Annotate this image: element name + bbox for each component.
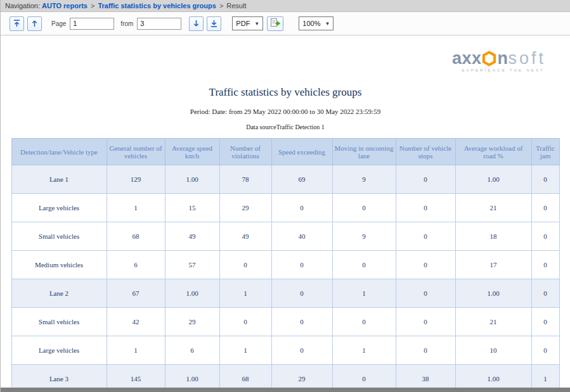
header-row: Detection/lane/Vehicle typeGeneral numbe… <box>11 139 559 165</box>
report-viewer-window: Navigation: AUTO reports > Traffic stati… <box>0 0 570 392</box>
report-title: Traffic statistics by vehicles groups <box>1 86 570 99</box>
zoom-select[interactable]: 100% ▼ <box>299 16 334 30</box>
cell-value: 29 <box>219 194 271 222</box>
cell-value: 0 <box>531 336 559 365</box>
breadcrumb-link-traffic-statistics[interactable]: Traffic statistics by vehicles groups <box>98 2 216 9</box>
table-row: Lane 2671.0010101.000 <box>11 279 559 308</box>
cell-value: 1.00 <box>455 279 531 308</box>
cell-value: 0 <box>396 279 455 308</box>
cell-value: 0 <box>219 251 271 279</box>
export-report-icon <box>270 18 280 30</box>
breadcrumb-current-result: Result <box>226 2 246 9</box>
cell-value: 10 <box>455 336 531 365</box>
cell-value: 15 <box>165 194 219 222</box>
horizontal-scrollbar[interactable] <box>1 388 570 392</box>
table-body: Lane 11291.007869901.000Large vehicles11… <box>11 165 559 392</box>
breadcrumb-link-auto-reports[interactable]: AUTO reports <box>42 2 87 9</box>
zoom-value: 100% <box>302 20 320 27</box>
cell-value: 49 <box>165 222 219 251</box>
row-label: Small vehicles <box>11 222 107 251</box>
from-label: from <box>120 20 133 27</box>
row-label: Lane 1 <box>11 165 107 194</box>
cell-value: 9 <box>332 165 396 194</box>
breadcrumb-label: Navigation: <box>5 2 40 9</box>
export-format-value: PDF <box>236 20 250 27</box>
cell-value: 129 <box>107 165 165 194</box>
cell-value: 0 <box>396 165 455 194</box>
arrow-up-icon <box>31 20 38 27</box>
row-label: Small vehicles <box>11 308 107 336</box>
cell-value: 0 <box>271 336 332 365</box>
next-page-button[interactable] <box>189 16 204 31</box>
row-label: Lane 2 <box>11 279 107 308</box>
cell-value: 1 <box>107 336 165 365</box>
breadcrumb-separator: > <box>219 2 223 9</box>
cell-value: 0 <box>271 251 332 279</box>
column-header: Number of vehicle stops <box>396 139 455 165</box>
cell-value: 17 <box>455 251 531 279</box>
cell-value: 57 <box>165 251 219 279</box>
report-table: Detection/lane/Vehicle typeGeneral numbe… <box>11 138 560 392</box>
row-label: Large vehicles <box>11 194 107 222</box>
table-row: Small vehicles6849494090180 <box>11 222 559 251</box>
cell-value: 0 <box>396 194 455 222</box>
cell-value: 6 <box>107 251 165 279</box>
cell-value: 0 <box>271 308 332 336</box>
table-row: Lane 11291.007869901.000 <box>11 165 559 194</box>
chevron-down-icon: ▼ <box>325 21 330 27</box>
page-label: Page <box>51 20 66 27</box>
table-header: Detection/lane/Vehicle typeGeneral numbe… <box>11 139 559 165</box>
cell-value: 1.00 <box>455 165 531 194</box>
row-label: Large vehicles <box>11 336 107 365</box>
cell-value: 42 <box>107 308 165 336</box>
page-number-input[interactable] <box>70 18 114 30</box>
cell-value: 1 <box>332 336 396 365</box>
logo-tagline: EXPERIENCE THE NEXT <box>452 68 546 72</box>
report-data-source: Data sourceTraffic Detection 1 <box>1 123 570 130</box>
cell-value: 0 <box>396 336 455 365</box>
cell-value: 0 <box>531 194 559 222</box>
row-label: Medium vehicles <box>11 251 107 279</box>
cell-value: 0 <box>531 251 559 279</box>
cell-value: 0 <box>271 194 332 222</box>
cell-value: 67 <box>107 279 165 308</box>
cell-value: 21 <box>455 308 531 336</box>
breadcrumb: Navigation: AUTO reports > Traffic stati… <box>1 0 570 12</box>
cell-value: 40 <box>271 222 332 251</box>
cell-value: 68 <box>107 222 165 251</box>
column-header: Average speed km/h <box>165 139 219 165</box>
first-page-button[interactable] <box>10 16 24 31</box>
logo-text-soft: soft <box>508 49 546 67</box>
cell-value: 1 <box>107 194 165 222</box>
prev-page-button[interactable] <box>27 16 42 31</box>
column-header: General number of vehicles <box>107 139 165 165</box>
hexagon-icon <box>482 51 496 66</box>
cell-value: 0 <box>396 308 455 336</box>
arrow-up-bar-icon <box>13 20 20 27</box>
total-pages-input[interactable] <box>137 18 181 30</box>
cell-value: 78 <box>219 165 271 194</box>
cell-value: 18 <box>455 222 531 251</box>
report-period: Period: Date: from 29 May 2022 00:00:00 … <box>1 108 570 115</box>
column-header: Speed exceeding <box>271 139 332 165</box>
cell-value: 1 <box>219 279 271 308</box>
cell-value: 0 <box>531 165 559 194</box>
cell-value: 0 <box>531 308 559 336</box>
table-row: Large vehicles161010100 <box>11 336 559 365</box>
cell-value: 0 <box>396 251 455 279</box>
table-row: Medium vehicles6570000170 <box>11 251 559 279</box>
cell-value: 0 <box>271 279 332 308</box>
cell-value: 69 <box>271 165 332 194</box>
export-format-select[interactable]: PDF ▼ <box>232 16 263 30</box>
breadcrumb-separator: > <box>91 2 94 9</box>
last-page-button[interactable] <box>207 16 221 31</box>
cell-value: 29 <box>165 308 219 336</box>
column-header: Average workload of road % <box>455 139 531 165</box>
logo-text-n: n <box>497 49 508 67</box>
export-button[interactable] <box>267 16 283 31</box>
cell-value: 0 <box>219 308 271 336</box>
cell-value: 9 <box>332 222 396 251</box>
cell-value: 1 <box>219 336 271 365</box>
report-page: axx n soft EXPERIENCE THE NEXT Traffic s… <box>1 35 570 391</box>
column-header: Traffic jam <box>531 139 559 165</box>
